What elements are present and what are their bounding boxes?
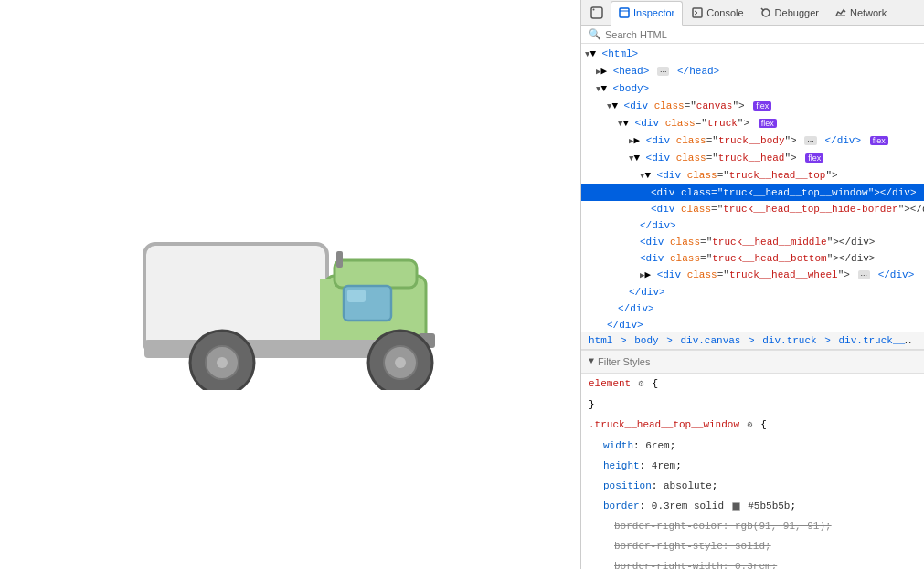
css-rule-element-close: } (581, 395, 924, 415)
inspector-icon (619, 7, 630, 18)
network-icon (835, 7, 846, 18)
truck-illustration-panel (0, 0, 580, 569)
css-prop-height: height: 4rem; (581, 456, 924, 476)
tree-line-truck-head-top-window[interactable]: <div class="truck__head__top__window"></… (581, 184, 924, 201)
tree-expand-html[interactable]: ▼ (585, 48, 602, 59)
css-prop-position: position: absolute; (581, 476, 924, 496)
css-prop-width: width: 6rem; (581, 436, 924, 456)
svg-line-21 (761, 8, 764, 11)
cursor-tool-icon (590, 6, 603, 19)
search-html-bar: 🔍 (581, 26, 924, 44)
breadcrumb-truck[interactable]: div.truck (762, 335, 816, 346)
tree-line-close-truck-head-inner[interactable]: </div> (581, 284, 924, 300)
devtools-panel: Inspector Console Debugger Network 🔍 (580, 0, 924, 569)
svg-rect-14 (336, 251, 343, 268)
flex-badge-canvas[interactable]: flex (753, 101, 771, 111)
tab-console[interactable]: Console (685, 0, 750, 25)
filter-icon: ▼ (589, 353, 594, 370)
tree-expand-truck-head[interactable]: ▼ (629, 153, 646, 163)
css-selector-element: element (589, 378, 631, 389)
debugger-icon (760, 7, 771, 18)
tree-line-truck[interactable]: ▼ <div class="truck"> flex (581, 115, 924, 132)
tree-line-truck-body[interactable]: ▶ <div class="truck__body"> ··· </div> f… (581, 132, 924, 150)
html-tree-panel[interactable]: ▼ <html> ▶ <head> ··· </head> ▼ <body> ▼… (581, 44, 924, 332)
filter-styles-input[interactable] (598, 356, 917, 367)
svg-point-16 (593, 8, 595, 10)
tree-line-close-canvas[interactable]: </div> (581, 317, 924, 332)
tree-line-close-truck-head-top[interactable]: </div> (581, 217, 924, 234)
tree-line-canvas[interactable]: ▼ <div class="canvas"> flex (581, 98, 924, 115)
tree-expand-head[interactable]: ▶ (596, 66, 613, 77)
tree-expand-body[interactable]: ▼ (596, 83, 613, 94)
breadcrumb-bar: html > body > div.canvas > div.truck > d… (581, 332, 924, 350)
tab-console-label: Console (706, 7, 743, 18)
tree-expand-truck-head-wheel[interactable]: ▶ (640, 269, 657, 280)
tree-expand-truck-head-top[interactable]: ▼ (640, 170, 657, 181)
svg-point-10 (217, 357, 228, 368)
breadcrumb-html[interactable]: html (589, 335, 612, 346)
css-gear-icon-window[interactable]: ⚙ (748, 420, 753, 430)
filter-styles-bar: ▼ (581, 351, 924, 374)
tree-line-html[interactable]: ▼ <html> (581, 46, 924, 63)
tree-line-truck-head-wheel[interactable]: ▶ <div class="truck__head__wheel"> ··· <… (581, 267, 924, 284)
css-selector-window: .truck__head__top__window (589, 419, 739, 430)
breadcrumb-canvas[interactable]: div.canvas (680, 335, 740, 346)
svg-rect-17 (620, 8, 629, 17)
tree-line-truck-head-top[interactable]: ▼ <div class="truck__head__top"> (581, 167, 924, 184)
tree-expand-truck[interactable]: ▼ (618, 118, 635, 129)
flex-badge-truck[interactable]: flex (759, 119, 777, 128)
css-prop-border-right-color: border-right-color: rgb(91, 91, 91); (581, 516, 924, 536)
devtools-tabs-bar: Inspector Console Debugger Network (581, 0, 924, 26)
border-color-swatch[interactable] (732, 502, 740, 511)
ellipsis-head[interactable]: ··· (657, 67, 670, 76)
tree-line-close-truck[interactable]: </div> (581, 300, 924, 317)
tab-inspector-label: Inspector (633, 7, 674, 18)
svg-rect-5 (320, 279, 331, 350)
svg-rect-4 (347, 290, 366, 302)
tab-network-label: Network (850, 7, 887, 18)
tab-cursor-tool[interactable] (585, 0, 609, 25)
css-prop-border-right-width: border-right-width: 0.3rem; (581, 556, 924, 569)
breadcrumb-truck-head[interactable]: div.truck__head (839, 335, 925, 346)
truck-svg (117, 180, 464, 390)
svg-point-13 (395, 357, 406, 368)
css-panel: ▼ element ⚙ { } .truck__head__top__windo… (581, 350, 924, 569)
css-rule-element: element ⚙ { (581, 374, 924, 395)
ellipsis-truck-body[interactable]: ··· (804, 136, 817, 145)
tab-inspector[interactable]: Inspector (611, 1, 683, 26)
tree-line-head[interactable]: ▶ <head> ··· </head> (581, 63, 924, 80)
search-html-input[interactable] (605, 29, 917, 40)
tree-expand-truck-body[interactable]: ▶ (629, 135, 646, 146)
css-gear-icon-element[interactable]: ⚙ (639, 379, 644, 389)
css-prop-border: border: 0.3rem solid #5b5b5b; (581, 496, 924, 516)
console-icon (692, 7, 703, 18)
tree-line-truck-head-bottom[interactable]: <div class="truck__head__bottom"></div> (581, 250, 924, 267)
flex-badge-truck-head[interactable]: flex (805, 153, 823, 163)
tree-line-truck-head-top-hide-border[interactable]: <div class="truck__head__top__hide-borde… (581, 201, 924, 217)
breadcrumb-body[interactable]: body (634, 335, 658, 346)
tab-network[interactable]: Network (828, 0, 894, 25)
tree-line-truck-head[interactable]: ▼ <div class="truck__head"> flex (581, 150, 924, 167)
ellipsis-truck-head-wheel[interactable]: ··· (858, 270, 871, 279)
svg-rect-2 (335, 260, 417, 288)
search-icon: 🔍 (589, 28, 601, 40)
tree-line-truck-head-middle[interactable]: <div class="truck__head__middle"></div> (581, 234, 924, 250)
css-prop-border-right-style: border-right-style: solid; (581, 536, 924, 556)
tree-expand-canvas[interactable]: ▼ (607, 100, 624, 111)
tab-debugger[interactable]: Debugger (753, 0, 826, 25)
tree-line-body[interactable]: ▼ <body> (581, 80, 924, 98)
css-rule-window-selector: .truck__head__top__window ⚙ { (581, 415, 924, 436)
flex-badge-truck-body[interactable]: flex (870, 136, 888, 145)
tab-debugger-label: Debugger (775, 7, 819, 18)
